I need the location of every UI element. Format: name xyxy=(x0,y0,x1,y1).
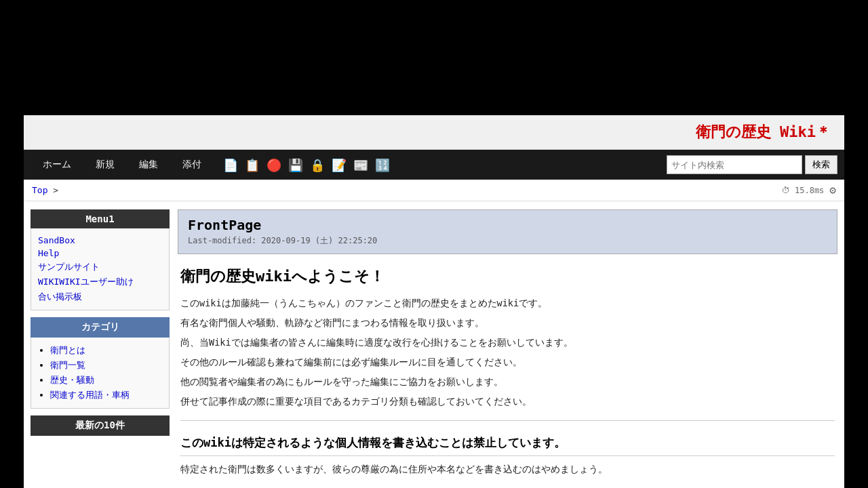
breadcrumb: Top > xyxy=(32,185,58,195)
content-para-0: このwikiは加藤純一（うんこちゃん）のファンこと衛門の歴史をまとめたwikiで… xyxy=(180,296,835,311)
site-title: 衛門の歴史 Wiki＊ xyxy=(696,123,831,140)
privacy-heading: このwikiは特定されるような個人情報を書き込むことは禁止しています。 xyxy=(180,433,835,456)
settings-icon[interactable]: ⚙ xyxy=(829,184,836,197)
icon-edit[interactable]: 📝 xyxy=(329,155,349,175)
page-timing: ⏱ 15.8ms xyxy=(782,186,825,195)
search-area: 検索 xyxy=(667,155,837,174)
nav-attach[interactable]: 添付 xyxy=(170,153,214,176)
sidebar-cat-title: カテゴリ xyxy=(31,317,170,338)
search-button[interactable]: 検索 xyxy=(805,155,837,174)
breadcrumb-separator: > xyxy=(53,185,58,195)
toolbar-nav: ホーム 新規 編集 添付 xyxy=(31,153,214,176)
sidebar-links: SandBox Help サンプルサイト WIKIWIKIユーザー助け 合い掲示… xyxy=(31,228,170,310)
list-item: 衛門一覧 xyxy=(50,358,162,373)
sidebar-latest-title: 最新の10件 xyxy=(31,415,170,436)
privacy-text: 特定された衛門は数多くいますが、彼らの尊厳の為に住所や本名などを書き込むのはやめ… xyxy=(180,462,835,477)
site-header: 衛門の歴史 Wiki＊ xyxy=(24,115,844,150)
sidebar-link-bbs[interactable]: 合い掲示板 xyxy=(38,289,162,304)
list-item: 歴史・騒動 xyxy=(50,373,162,388)
nav-edit[interactable]: 編集 xyxy=(127,153,170,176)
list-item: 関連する用語・車柄 xyxy=(50,388,162,403)
content-para-1: 有名な衛門個人や騒動、軌跡など衛門にまつわる情報を取り扱います。 xyxy=(180,315,835,331)
sidebar-link-wiki-help[interactable]: WIKIWIKIユーザー助け xyxy=(38,274,162,289)
sidebar-link-help[interactable]: Help xyxy=(38,247,162,260)
sidebar-cat-list: 衛門とは 衛門一覧 歴史・騒動 関連する用語・車柄 xyxy=(31,338,170,409)
toolbar: ホーム 新規 編集 添付 📄 📋 🔴 💾 🔒 📝 📰 🔢 検索 xyxy=(24,150,844,180)
nav-new[interactable]: 新規 xyxy=(83,153,127,176)
sidebar-link-sandbox[interactable]: SandBox xyxy=(38,234,162,247)
cat-link-1[interactable]: 衛門一覧 xyxy=(50,360,85,370)
breadcrumb-bar: Top > ⏱ 15.8ms ⚙ xyxy=(24,180,844,201)
cat-link-2[interactable]: 歴史・騒動 xyxy=(50,375,94,385)
icon-number[interactable]: 🔢 xyxy=(372,155,393,175)
content-para-5: 併せて記事作成の際に重要な項目であるカテゴリ分類も確認しておいてください。 xyxy=(180,394,835,409)
content-para-3: その他のルール確認も兼ねて編集前には必ず編集ルールに目を通してください。 xyxy=(180,354,835,370)
sidebar: Menu1 SandBox Help サンプルサイト WIKIWIKIユーザー助… xyxy=(31,209,170,481)
page-modified: Last-modified: 2020-09-19 (土) 22:25:20 xyxy=(188,235,827,247)
page-title: FrontPage xyxy=(188,217,827,233)
search-input[interactable] xyxy=(667,155,802,174)
content-body: 衛門の歴史wikiへようこそ！ このwikiは加藤純一（うんこちゃん）のファンこ… xyxy=(178,264,837,477)
icon-news[interactable]: 📰 xyxy=(351,155,371,175)
main-layout: Menu1 SandBox Help サンプルサイト WIKIWIKIユーザー助… xyxy=(24,201,844,488)
icon-page[interactable]: 📄 xyxy=(220,155,241,175)
nav-home[interactable]: ホーム xyxy=(31,153,83,176)
toolbar-icons: 📄 📋 🔴 💾 🔒 📝 📰 🔢 xyxy=(220,155,393,175)
content-intro-heading: 衛門の歴史wikiへようこそ！ xyxy=(180,264,835,289)
list-item: 衛門とは xyxy=(50,343,162,358)
icon-copy[interactable]: 📋 xyxy=(242,155,262,175)
breadcrumb-top[interactable]: Top xyxy=(32,185,47,195)
sidebar-menu-title: Menu1 xyxy=(31,209,170,228)
content-area: FrontPage Last-modified: 2020-09-19 (土) … xyxy=(178,209,837,481)
sidebar-link-sample[interactable]: サンプルサイト xyxy=(38,260,162,274)
icon-save[interactable]: 💾 xyxy=(285,155,306,175)
cat-link-0[interactable]: 衛門とは xyxy=(50,345,85,355)
content-para-2: 尚、当Wikiでは編集者の皆さんに編集時に適度な改行を心掛けることをお願いしてい… xyxy=(180,335,835,350)
icon-lock[interactable]: 🔒 xyxy=(307,155,328,175)
content-divider xyxy=(180,420,835,421)
cat-link-3[interactable]: 関連する用語・車柄 xyxy=(50,390,130,400)
page-meta-right: ⏱ 15.8ms ⚙ xyxy=(782,184,836,197)
content-para-4: 他の閲覧者や編集者の為にもルールを守った編集にご協力をお願いします。 xyxy=(180,374,835,390)
page-header: FrontPage Last-modified: 2020-09-19 (土) … xyxy=(178,209,837,254)
icon-red[interactable]: 🔴 xyxy=(264,155,284,175)
